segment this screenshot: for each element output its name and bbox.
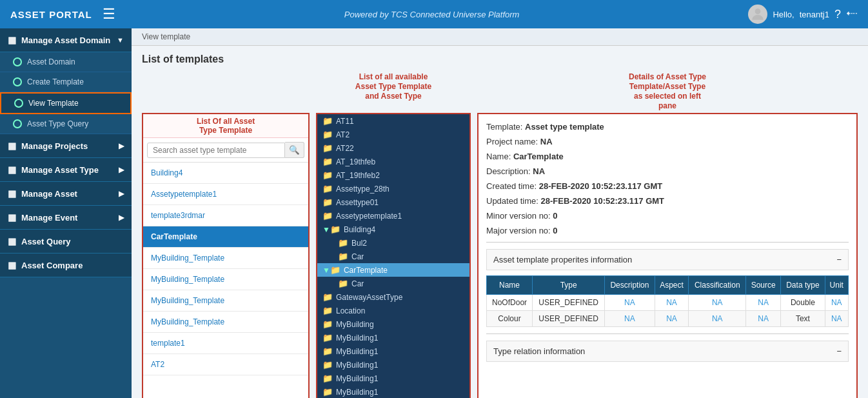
tree-item[interactable]: 📁MyBuilding1: [317, 344, 469, 358]
tree-item-cartemplate-selected[interactable]: ▼ 📁CarTemplate: [317, 263, 469, 277]
folder-icon: 📁: [322, 306, 333, 315]
folder-icon: 📁: [322, 197, 333, 207]
cell-datatype: Double: [781, 295, 825, 311]
tree-item[interactable]: 📁AT_19thfeb: [317, 155, 469, 168]
tree-item[interactable]: 📁Bul2: [317, 236, 469, 250]
tree-item[interactable]: 📁GatewayAssetType: [317, 290, 469, 304]
page-title: List of templates: [142, 54, 858, 65]
list-item-selected[interactable]: CarTemplate: [143, 226, 308, 248]
grid-icon: ▦: [8, 212, 16, 223]
breadcrumb: View template: [132, 28, 868, 46]
grid-icon: ▦: [8, 236, 16, 246]
list-item[interactable]: template3rdmar: [143, 205, 308, 226]
properties-section-header[interactable]: Asset template properites information −: [486, 249, 849, 270]
tree-item[interactable]: 📁MyBuilding: [317, 317, 469, 331]
collapse-icon: −: [836, 255, 842, 264]
left-panel: List Of all AssetType Template 🔍 Buildin…: [142, 113, 310, 398]
left-annotation: List Of all AssetType Template: [143, 114, 308, 138]
tree-item[interactable]: 📁Location: [317, 304, 469, 317]
folder-icon: 📁: [338, 252, 348, 261]
tree-item[interactable]: 📁Assetypetemplate1: [317, 209, 469, 223]
sidebar-section-label: Asset Query: [21, 237, 71, 246]
created-time-label: Created time:: [486, 181, 537, 191]
search-button[interactable]: 🔍: [285, 142, 304, 158]
folder-icon: 📁: [322, 116, 333, 126]
col-header-type: Type: [533, 276, 605, 295]
sidebar-section-manage-asset[interactable]: ▦ Manage Asset ▶: [0, 182, 132, 206]
tree-item[interactable]: 📁Car: [317, 277, 469, 290]
hamburger-icon[interactable]: ☰: [103, 6, 115, 23]
list-item[interactable]: MyBuilding_Template: [143, 290, 308, 312]
grid-icon: ▦: [8, 164, 16, 175]
cell-classification: NA: [689, 311, 746, 327]
detail-minor-version: Minor version no: 0: [486, 211, 849, 221]
sidebar-section-asset-compare[interactable]: ▦ Asset Compare: [0, 254, 132, 277]
tree-item[interactable]: 📁AT_19thfeb2: [317, 168, 469, 182]
col-header-classification: Classification: [689, 276, 746, 295]
sidebar-section-asset-query[interactable]: ▦ Asset Query: [0, 230, 132, 254]
help-icon[interactable]: ?: [834, 8, 841, 21]
list-item[interactable]: MyBuilding_Template: [143, 269, 308, 290]
list-item[interactable]: Building4: [143, 163, 308, 184]
sidebar-section-label: Manage Asset: [21, 189, 77, 199]
list-item[interactable]: Assetypetemplate1: [143, 184, 308, 205]
folder-icon: 📁: [322, 292, 333, 302]
tree-item[interactable]: 📁MyBuilding1: [317, 331, 469, 344]
cell-description: NA: [605, 295, 655, 311]
user-section: Hello, tenantj1 ? ⭪: [748, 5, 858, 24]
list-item[interactable]: template1: [143, 333, 308, 354]
annotation-left: [142, 72, 310, 110]
sidebar-item-create-template[interactable]: Create Template: [0, 72, 132, 92]
folder-icon: 📁: [338, 279, 348, 288]
sidebar-section-label: Manage Asset Type: [21, 165, 99, 175]
sidebar-section-label: Asset Compare: [21, 261, 83, 270]
tree-item[interactable]: 📁MyBuilding1: [317, 358, 469, 372]
cell-datatype: Text: [781, 311, 825, 327]
folder-icon: 📁: [322, 319, 333, 329]
sidebar-item-label: View Template: [28, 99, 79, 108]
sidebar-item-asset-type-query[interactable]: Asset Type Query: [0, 114, 132, 134]
tree-item[interactable]: 📁Assettype_28th: [317, 182, 469, 195]
list-item[interactable]: AT2: [143, 354, 308, 375]
sidebar-section-manage-asset-type[interactable]: ▦ Manage Asset Type ▶: [0, 158, 132, 182]
tree-item[interactable]: 📁Assettype01: [317, 195, 469, 209]
content-inner: List of templates List of all availableA…: [132, 46, 868, 398]
sidebar-item-label: Asset Domain: [27, 57, 75, 66]
tree-item[interactable]: 📁Car: [317, 250, 469, 263]
annotation-row: List of all availableAsset Type Template…: [142, 72, 858, 110]
annotation-middle-text: List of all availableAsset Type Template…: [355, 72, 431, 101]
search-input[interactable]: [147, 143, 285, 158]
col-header-source: Source: [746, 276, 781, 295]
cell-name: NoOfDoor: [487, 295, 533, 311]
cell-type: USER_DEFINED: [533, 295, 605, 311]
sidebar-item-view-template[interactable]: View Template: [0, 92, 132, 114]
cell-name: Colour: [487, 311, 533, 327]
list-item[interactable]: MyBuilding_Template: [143, 312, 308, 333]
col-header-unit: Unit: [825, 276, 848, 295]
svg-point-0: [755, 8, 761, 14]
tree-item[interactable]: 📁MyBuilding1: [317, 372, 469, 385]
template-list: Building4 Assetypetemplate1 template3rdm…: [143, 163, 308, 398]
tree-item[interactable]: 📁AT2: [317, 128, 469, 141]
annotation-middle: List of all availableAsset Type Template…: [316, 72, 471, 110]
sidebar-section-manage-asset-domain[interactable]: ▦ Manage Asset Domain ▼: [0, 28, 132, 52]
tree-item[interactable]: 📁AT22: [317, 141, 469, 155]
tree-item[interactable]: 📁MyBuilding1: [317, 385, 469, 398]
tree-item[interactable]: 📁AT11: [317, 114, 469, 128]
divider: [486, 242, 849, 243]
list-item[interactable]: MyBuilding_Template: [143, 248, 308, 269]
major-version-value: 0: [553, 226, 557, 235]
circle-icon: [13, 119, 22, 128]
type-relation-section-header[interactable]: Type relation information −: [486, 341, 849, 362]
col-header-description: Description: [605, 276, 655, 295]
username: tenantj1: [800, 10, 829, 19]
logout-icon[interactable]: ⭪: [846, 8, 858, 21]
sidebar-section-manage-event[interactable]: ▦ Manage Event ▶: [0, 206, 132, 230]
project-name-value: NA: [540, 137, 553, 146]
sidebar-item-asset-domain[interactable]: Asset Domain: [0, 52, 132, 72]
user-greeting: Hello,: [773, 10, 794, 19]
tree-item-building4[interactable]: ▼ 📁Building4: [317, 223, 469, 236]
detail-description: Description: NA: [486, 166, 849, 176]
sidebar-section-manage-projects[interactable]: ▦ Manage Projects ▶: [0, 134, 132, 158]
circle-icon: [14, 99, 23, 108]
